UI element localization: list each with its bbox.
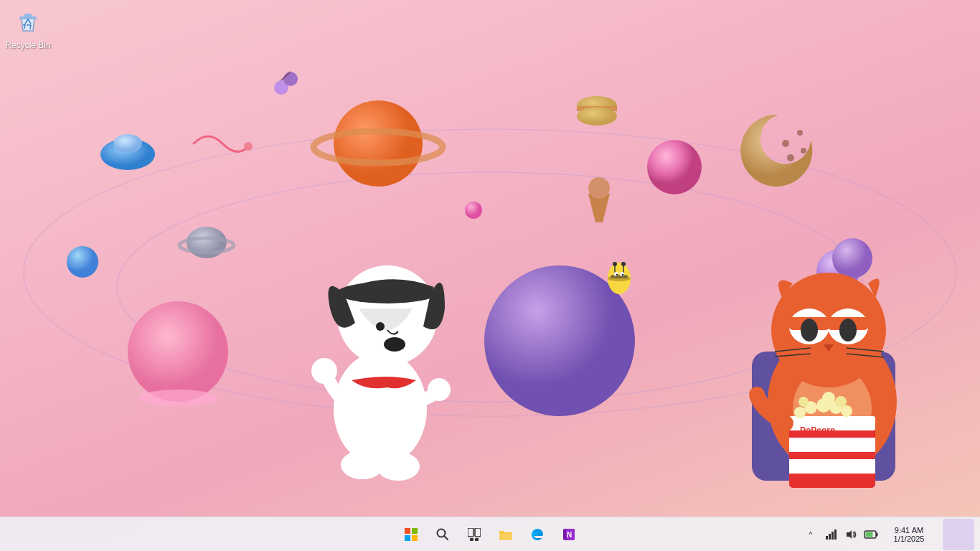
- svg-point-49: [768, 330, 897, 474]
- battery-tray-icon[interactable]: [864, 527, 878, 542]
- svg-point-35: [614, 272, 618, 276]
- desktop: PoPcorn: [0, 0, 980, 522]
- svg-point-11: [283, 72, 298, 86]
- svg-point-22: [787, 154, 794, 161]
- svg-line-12: [281, 72, 291, 80]
- svg-point-3: [314, 131, 443, 163]
- svg-point-45: [428, 378, 451, 401]
- svg-rect-48: [752, 352, 895, 481]
- network-tray-icon[interactable]: [824, 527, 838, 542]
- svg-line-59: [775, 354, 811, 357]
- svg-rect-79: [405, 535, 410, 541]
- task-view-button[interactable]: [460, 520, 489, 549]
- svg-rect-90: [826, 536, 828, 540]
- volume-tray-icon[interactable]: [844, 527, 858, 542]
- svg-point-28: [608, 263, 631, 294]
- svg-point-27: [832, 238, 872, 278]
- recycle-bin-icon[interactable]: Recycle Bin: [1, 6, 55, 53]
- svg-rect-55: [828, 317, 868, 330]
- svg-point-57: [839, 319, 857, 342]
- svg-rect-83: [468, 528, 473, 537]
- notification-center-button[interactable]: [943, 519, 974, 550]
- svg-line-60: [847, 348, 884, 352]
- svg-rect-92: [831, 532, 834, 540]
- svg-point-74: [835, 396, 847, 408]
- svg-rect-85: [470, 538, 473, 541]
- svg-point-36: [620, 272, 624, 276]
- svg-text:N: N: [567, 531, 572, 539]
- svg-point-9: [113, 134, 142, 153]
- svg-point-46: [341, 451, 384, 479]
- svg-point-72: [798, 397, 809, 407]
- recycle-bin-image: [14, 9, 42, 37]
- svg-point-8: [100, 138, 155, 170]
- svg-rect-97: [866, 532, 873, 537]
- svg-rect-34: [611, 275, 628, 278]
- svg-point-47: [377, 452, 420, 481]
- svg-line-82: [444, 536, 448, 540]
- svg-point-20: [782, 140, 789, 147]
- svg-rect-54: [789, 317, 829, 330]
- svg-point-25: [465, 202, 482, 219]
- search-button[interactable]: [428, 520, 457, 549]
- edge-browser-button[interactable]: [523, 520, 552, 549]
- show-hidden-icons-button[interactable]: ^: [804, 527, 818, 542]
- svg-point-7: [67, 246, 98, 278]
- svg-point-0: [117, 172, 863, 402]
- clock-time: 9:41 AM: [895, 526, 923, 534]
- svg-rect-91: [829, 534, 831, 540]
- file-explorer-button[interactable]: [491, 520, 520, 549]
- recycle-bin-label: Recycle Bin: [5, 40, 50, 50]
- svg-point-67: [794, 407, 806, 418]
- svg-rect-80: [412, 535, 418, 541]
- svg-point-41: [384, 337, 405, 352]
- svg-rect-86: [475, 538, 479, 541]
- svg-point-19: [647, 140, 702, 194]
- svg-rect-84: [475, 528, 481, 537]
- svg-rect-96: [876, 532, 878, 536]
- svg-point-69: [816, 398, 831, 413]
- svg-line-61: [847, 354, 884, 357]
- svg-rect-76: [24, 14, 32, 17]
- svg-point-13: [244, 142, 253, 151]
- svg-point-33: [608, 276, 631, 281]
- clock-display[interactable]: 9:41 AM 1/1/2025: [884, 524, 934, 545]
- svg-point-68: [804, 401, 817, 414]
- svg-point-5: [128, 301, 228, 402]
- svg-point-40: [337, 265, 438, 366]
- svg-point-71: [841, 405, 852, 417]
- svg-rect-62: [789, 416, 875, 488]
- svg-rect-64: [789, 438, 875, 452]
- svg-point-39: [334, 352, 427, 466]
- svg-point-37: [616, 274, 618, 276]
- svg-marker-94: [847, 530, 852, 539]
- svg-point-42: [376, 322, 385, 331]
- svg-point-53: [828, 309, 868, 344]
- svg-point-73: [822, 392, 835, 405]
- svg-point-70: [829, 401, 842, 414]
- svg-point-50: [793, 366, 872, 452]
- svg-point-26: [816, 250, 859, 293]
- start-button[interactable]: [397, 520, 425, 549]
- svg-point-21: [797, 130, 803, 136]
- svg-rect-65: [789, 459, 875, 474]
- taskbar-right-area: ^: [804, 519, 980, 550]
- svg-point-24: [588, 177, 610, 199]
- svg-point-51: [771, 273, 886, 387]
- svg-point-31: [613, 262, 617, 266]
- taskbar-center-area: N: [397, 520, 583, 549]
- svg-point-56: [801, 319, 818, 342]
- svg-point-43: [337, 282, 438, 303]
- svg-point-6: [138, 390, 217, 407]
- svg-point-4: [484, 265, 635, 416]
- clock-date: 1/1/2025: [894, 534, 925, 543]
- svg-point-2: [334, 100, 423, 187]
- svg-point-14: [187, 227, 227, 258]
- svg-rect-77: [405, 528, 410, 534]
- svg-rect-78: [412, 528, 418, 534]
- svg-point-44: [311, 358, 337, 384]
- onenote-button[interactable]: N: [555, 520, 583, 549]
- svg-text:PoPcorn: PoPcorn: [800, 425, 835, 435]
- svg-point-1: [24, 129, 956, 416]
- svg-point-38: [622, 274, 624, 276]
